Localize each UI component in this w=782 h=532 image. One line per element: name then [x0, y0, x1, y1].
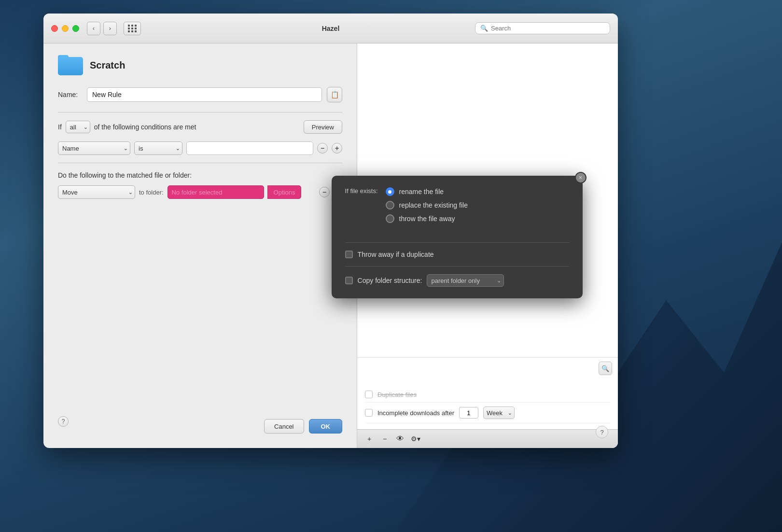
- condition-value-input[interactable]: [186, 141, 313, 155]
- add-rule-button[interactable]: +: [362, 433, 377, 445]
- operator-wrapper: all any ⌄: [66, 121, 90, 133]
- rule-search-bar: 🔍: [357, 357, 618, 379]
- duplicate-files-item: Duplicate files: [365, 387, 610, 403]
- divider-1: [58, 112, 342, 112]
- folder-structure-select[interactable]: parent folder only full path: [427, 274, 504, 287]
- if-file-exists-label: If file exists:: [345, 187, 378, 195]
- remove-condition-button[interactable]: −: [317, 143, 328, 154]
- replace-radio-item[interactable]: replace the existing file: [386, 201, 468, 210]
- incomplete-downloads-checkbox[interactable]: [365, 409, 373, 417]
- rename-radio-item[interactable]: rename the file: [386, 187, 468, 196]
- close-button[interactable]: [51, 25, 58, 32]
- remove-action-button[interactable]: −: [319, 187, 330, 197]
- gear-icon: ⚙▾: [411, 435, 420, 443]
- comparator-select[interactable]: is is not contains: [134, 141, 182, 155]
- folder-shape: [58, 57, 83, 75]
- action-row: Move Copy Delete ⌄ to folder: No folder …: [58, 185, 342, 199]
- name-input[interactable]: [87, 87, 322, 102]
- plus-icon: +: [335, 144, 339, 152]
- folder-name: Scratch: [90, 60, 125, 71]
- bottom-actions: ? Cancel OK: [58, 409, 342, 434]
- left-panel: Scratch Name: 📋 If all any ⌄: [43, 43, 357, 448]
- search-icon-bottom: 🔍: [601, 365, 609, 372]
- traffic-lights: [51, 25, 79, 32]
- if-label: If: [58, 123, 62, 131]
- condition-row: Name Kind Date ⌄ is is not contains ⌄: [58, 141, 342, 155]
- folder-structure-select-wrapper: parent folder only full path ⌄: [427, 274, 504, 287]
- forward-button[interactable]: ›: [103, 22, 117, 35]
- incomplete-downloads-number[interactable]: [459, 407, 478, 419]
- folder-select-container: No folder selected × If file exists:: [168, 185, 264, 199]
- bottom-items: Duplicate files Incomplete downloads aft…: [357, 379, 618, 429]
- remove-rule-button[interactable]: −: [377, 433, 392, 445]
- throw-away-radio-item[interactable]: throw the file away: [386, 214, 468, 223]
- bottom-row: ? Cancel OK: [58, 409, 342, 434]
- minus-icon: −: [321, 144, 324, 152]
- unit-select[interactable]: Week Day Month: [483, 406, 515, 419]
- copy-name-button[interactable]: 📋: [327, 87, 342, 102]
- options-divider-1: [345, 242, 569, 243]
- minus-action-icon: −: [322, 188, 326, 196]
- copy-folder-structure-row: Copy folder structure: parent folder onl…: [345, 274, 569, 287]
- ok-button[interactable]: OK: [309, 419, 343, 434]
- replace-radio-label: replace the existing file: [399, 201, 468, 209]
- right-help-icon: ?: [600, 429, 603, 436]
- nav-buttons: ‹ ›: [87, 22, 141, 35]
- name-row: Name: 📋: [58, 87, 342, 102]
- right-help-button[interactable]: ?: [596, 426, 608, 438]
- window-title: Hazel: [322, 25, 340, 32]
- options-popup: × If file exists: rename the file: [332, 176, 583, 298]
- back-button[interactable]: ‹: [87, 22, 100, 35]
- comparator-wrapper: is is not contains ⌄: [134, 141, 182, 155]
- options-button[interactable]: Options: [267, 185, 302, 199]
- divider-2: [58, 163, 342, 163]
- rename-radio-label: rename the file: [399, 188, 444, 196]
- forward-icon: ›: [109, 25, 111, 32]
- grid-view-button[interactable]: [124, 22, 141, 35]
- throw-away-duplicate-checkbox[interactable]: [345, 251, 353, 258]
- throw-away-radio-circle: [386, 214, 394, 223]
- action-type-wrapper: Move Copy Delete ⌄: [58, 185, 135, 199]
- copy-folder-structure-label: Copy folder structure:: [358, 277, 422, 284]
- copy-icon: 📋: [331, 91, 339, 98]
- folder-header: Scratch: [58, 55, 342, 75]
- folder-destination-select[interactable]: No folder selected: [168, 185, 264, 199]
- unit-wrapper: Week Day Month ⌄: [483, 406, 515, 419]
- attribute-select[interactable]: Name Kind Date: [58, 141, 130, 155]
- to-folder-label: to folder:: [139, 189, 164, 196]
- bottom-toolbar: + − 👁 ⚙▾: [357, 429, 618, 448]
- action-label-container: Do the following to the matched file or …: [58, 171, 342, 180]
- dialog-buttons: Cancel OK: [69, 419, 342, 434]
- search-input[interactable]: [491, 25, 605, 32]
- action-type-select[interactable]: Move Copy Delete: [58, 185, 135, 199]
- radio-group: rename the file replace the existing fil…: [386, 187, 468, 223]
- copy-folder-structure-checkbox[interactable]: [345, 277, 353, 284]
- close-popup-button[interactable]: ×: [575, 172, 586, 183]
- help-button[interactable]: ?: [58, 416, 69, 427]
- preview-eye-button[interactable]: 👁: [393, 433, 407, 445]
- conditions-text: of the following conditions are met: [94, 123, 196, 131]
- attribute-wrapper: Name Kind Date ⌄: [58, 141, 130, 155]
- rule-search-button[interactable]: 🔍: [599, 362, 612, 375]
- replace-radio-circle: [386, 201, 394, 210]
- action-label: Do the following to the matched file or …: [58, 171, 192, 179]
- options-divider-2: [345, 266, 569, 266]
- close-icon: ×: [579, 174, 582, 181]
- duplicate-files-checkbox[interactable]: [365, 391, 373, 398]
- preview-button[interactable]: Preview: [304, 120, 342, 134]
- help-icon: ?: [62, 418, 65, 425]
- minimize-button[interactable]: [62, 25, 69, 32]
- back-icon: ‹: [93, 25, 95, 32]
- incomplete-downloads-label: Incomplete downloads after: [377, 409, 454, 417]
- gear-button[interactable]: ⚙▾: [408, 433, 423, 445]
- cancel-button[interactable]: Cancel: [264, 419, 304, 434]
- search-icon: 🔍: [480, 25, 488, 32]
- throw-away-radio-label: throw the file away: [399, 215, 455, 223]
- search-bar[interactable]: 🔍: [475, 22, 610, 34]
- maximize-button[interactable]: [72, 25, 79, 32]
- duplicate-files-label: Duplicate files: [377, 391, 417, 398]
- operator-select[interactable]: all any: [66, 121, 90, 133]
- minus-toolbar-icon: −: [383, 435, 387, 443]
- title-bar: ‹ › Hazel 🔍: [43, 14, 618, 43]
- add-condition-button[interactable]: +: [332, 143, 342, 154]
